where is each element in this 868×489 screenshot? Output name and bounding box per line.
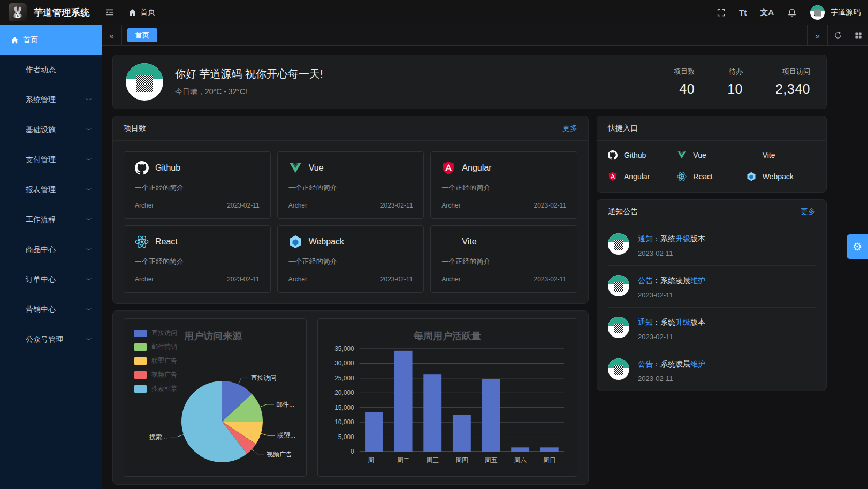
refresh-icon: [834, 31, 842, 40]
svg-text:20,000: 20,000: [334, 389, 354, 396]
notice-avatar: [608, 358, 629, 380]
chevron-down-icon: ﹀: [86, 306, 92, 314]
profile-qr-avatar: [126, 63, 163, 101]
project-card-vite[interactable]: Vite 一个正经的简介 Archer2023-02-11: [430, 225, 577, 293]
notification-button[interactable]: [787, 7, 797, 17]
notice-item[interactable]: 通知：系统升级版本 2023-02-11: [608, 224, 816, 266]
chevron-down-icon: ﹀: [86, 246, 92, 254]
shortcut-react[interactable]: React: [677, 172, 746, 181]
shortcut-angular[interactable]: Angular: [608, 172, 677, 181]
tabs-scroll-left-button[interactable]: «: [102, 25, 122, 45]
sidebar-item-payment[interactable]: 支付管理 ﹀: [0, 145, 102, 175]
project-card-github[interactable]: Github 一个正经的简介 Archer2023-02-11: [124, 151, 271, 219]
webpack-icon: [747, 172, 756, 181]
svg-text:周四: 周四: [455, 456, 468, 464]
fullscreen-button[interactable]: [717, 8, 726, 17]
shortcut-vue[interactable]: Vue: [677, 150, 746, 160]
chevron-down-icon: ﹀: [86, 336, 92, 343]
locale-button[interactable]: 文A: [760, 7, 774, 18]
app-title: 芋道管理系统: [34, 6, 90, 19]
svg-text:0: 0: [351, 448, 354, 455]
chevron-down-icon: ﹀: [86, 276, 92, 284]
stat-projects: 项目数 40: [658, 66, 711, 98]
sidebar-item-home[interactable]: 首页: [0, 25, 102, 55]
project-card-react[interactable]: React 一个正经的简介 Archer2023-02-11: [124, 225, 271, 293]
pie-chart-panel: 用户访问来源 直接访问 邮件营销 联盟广告 视频广告 搜索引擎 直接访问邮件..…: [124, 318, 307, 477]
project-card-angular[interactable]: Angular 一个正经的简介 Archer2023-02-11: [430, 151, 577, 219]
settings-drawer-button[interactable]: ⚙: [847, 234, 868, 259]
sidebar-item-order-center[interactable]: 订单中心 ﹀: [0, 265, 102, 295]
webpack-icon: [288, 235, 302, 249]
tabs-scroll-right-button[interactable]: »: [807, 25, 827, 45]
svg-text:周一: 周一: [368, 456, 380, 464]
home-icon: [11, 36, 19, 44]
pie-chart: 直接访问邮件...联盟...视频广告搜索...: [124, 319, 307, 477]
username[interactable]: 芋道源码: [831, 7, 861, 17]
sidebar-item-system[interactable]: 系统管理 ﹀: [0, 85, 102, 115]
github-icon: [135, 161, 149, 175]
react-icon: [677, 172, 687, 181]
sidebar-item-author-news[interactable]: 作者动态: [0, 55, 102, 85]
svg-text:25,000: 25,000: [334, 375, 354, 382]
bar-chart-panel: 每周用户活跃量 05,00010,00015,00020,00025,00030…: [317, 318, 577, 477]
chevron-down-icon: ﹀: [86, 96, 92, 104]
breadcrumb-item-home[interactable]: 首页: [140, 7, 155, 17]
notice-item[interactable]: 公告：系统凌晨维护 2023-02-11: [608, 266, 816, 308]
chevron-down-icon: ﹀: [86, 156, 92, 164]
shortcuts-card-title: 快捷入口: [608, 124, 638, 133]
sidebar-item-marketing-center[interactable]: 营销中心 ﹀: [0, 295, 102, 325]
project-card-webpack[interactable]: Webpack 一个正经的简介 Archer2023-02-11: [277, 225, 424, 293]
sidebar-item-infrastructure[interactable]: 基础设施 ﹀: [0, 115, 102, 145]
svg-text:10,000: 10,000: [334, 418, 354, 426]
sidebar: 首页 作者动态 系统管理 ﹀ 基础设施 ﹀ 支付管理 ﹀ 报表管理 ﹀ 工作流程…: [0, 25, 102, 489]
project-card-vue[interactable]: Vue 一个正经的简介 Archer2023-02-11: [277, 151, 424, 219]
top-navbar: 🐰 芋道管理系统 首页 Tt 文A 芋道源码: [0, 0, 868, 25]
tab-bar: « 首页 »: [102, 25, 868, 46]
angular-icon: [441, 161, 455, 175]
stat-visits: 项目访问 2,340: [759, 66, 813, 98]
angular-icon: [608, 172, 618, 181]
main-content: 你好 芋道源码 祝你开心每一天! 今日晴，20°C - 32°C! 项目数 40…: [102, 46, 868, 489]
notice-item[interactable]: 公告：系统凌晨维护 2023-02-11: [608, 349, 816, 391]
refresh-button[interactable]: [827, 25, 848, 45]
charts-card: 用户访问来源 直接访问 邮件营销 联盟广告 视频广告 搜索引擎 直接访问邮件..…: [112, 310, 589, 485]
font-size-button[interactable]: Tt: [739, 8, 747, 17]
shortcut-github[interactable]: Github: [608, 150, 677, 160]
layout-grid-button[interactable]: [848, 25, 868, 45]
projects-more-link[interactable]: 更多: [562, 124, 577, 133]
projects-card: 项目数 更多 Github 一个正经的简介 Archer2023-02-11: [112, 116, 589, 304]
breadcrumb[interactable]: 首页: [128, 7, 155, 17]
svg-text:视频广告: 视频广告: [266, 450, 292, 458]
sidebar-item-official-account[interactable]: 公众号管理 ﹀: [0, 325, 102, 355]
react-icon: [135, 235, 149, 249]
svg-text:周三: 周三: [426, 456, 439, 464]
vite-icon: [441, 235, 455, 249]
projects-card-title: 项目数: [124, 124, 146, 133]
svg-text:邮件...: 邮件...: [276, 401, 294, 408]
notice-item[interactable]: 通知：系统升级版本 2023-02-11: [608, 308, 816, 349]
welcome-card: 你好 芋道源码 祝你开心每一天! 今日晴，20°C - 32°C! 项目数 40…: [112, 55, 827, 109]
vue-icon: [288, 161, 302, 175]
notices-card-title: 通知公告: [608, 207, 638, 217]
sidebar-fold-button[interactable]: [105, 7, 115, 17]
svg-text:搜索...: 搜索...: [149, 433, 167, 441]
sidebar-item-workflow[interactable]: 工作流程 ﹀: [0, 205, 102, 235]
notice-avatar: [608, 275, 629, 296]
shortcut-webpack[interactable]: Webpack: [747, 172, 816, 181]
svg-text:35,000: 35,000: [334, 345, 354, 353]
notice-avatar: [608, 317, 629, 338]
user-avatar[interactable]: [810, 5, 825, 20]
sidebar-item-product-center[interactable]: 商品中心 ﹀: [0, 235, 102, 265]
grid-icon: [854, 31, 863, 40]
sidebar-item-report[interactable]: 报表管理 ﹀: [0, 175, 102, 205]
svg-text:30,000: 30,000: [334, 360, 354, 367]
tab-home[interactable]: 首页: [127, 28, 157, 42]
app-logo[interactable]: 🐰: [9, 3, 27, 21]
notices-more-link[interactable]: 更多: [801, 207, 816, 217]
shortcut-vite[interactable]: Vite: [747, 150, 816, 160]
home-icon: [128, 9, 136, 17]
greeting-text: 你好 芋道源码 祝你开心每一天!: [175, 67, 323, 81]
stats: 项目数 40 待办 10 项目访问 2,340: [658, 66, 813, 98]
notices-card: 通知公告 更多 通知：系统升级版本 2023-02-11: [597, 199, 827, 391]
shortcuts-card: 快捷入口 Github Vue: [597, 116, 827, 193]
